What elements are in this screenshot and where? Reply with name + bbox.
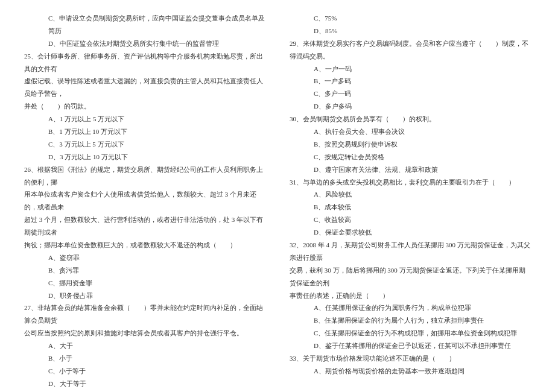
- option-28c: C、75%: [290, 12, 531, 25]
- right-column: C、75% D、85% 29、来体期货交易实行客户交易编码制度。会员和客户应当遵…: [290, 12, 531, 392]
- left-column: C、申请设立会员制期货交易所时，应向中国证监会提交董事会成员名单及简历 D、中国…: [24, 12, 265, 392]
- option-29c: C、多户一码: [290, 87, 531, 100]
- option-30d: D、遵守国家有关法律、法规、规章和政策: [290, 163, 531, 176]
- option-31c: C、收益较高: [290, 213, 531, 226]
- option-27d: D、大于等于: [24, 378, 265, 390]
- question-26-line4: 拘役；挪用本单位资金数额巨大的，或者数额较大不退还的构成（ ）: [24, 239, 265, 251]
- option-30b: B、按照交易规则行使申诉权: [290, 138, 531, 151]
- option-33a: A、期货价格与现货价格的走势基本一致并逐渐趋同: [290, 365, 531, 378]
- question-32-line3: 事责任的表述，正确的是（ ）: [290, 289, 531, 302]
- question-27-line2: 公司应当按照约定的原则和措施对非结算会员或者其客户的持仓强行平仓。: [24, 327, 265, 340]
- question-27-line1: 27、非结算会员的结算准备金余额（ ）零并未能在约定时间内补足的，全面结算会员期…: [24, 302, 265, 327]
- option-25c: C、3 万元以上 5 万元以下: [24, 138, 265, 151]
- question-25-line3: 并处（ ）的罚款。: [24, 100, 265, 113]
- question-32-line2: 交易，获利 30 万，随后将挪用的 300 万元期货保证金返还。下列关于任某挪用…: [290, 264, 531, 289]
- option-27b: B、小于: [24, 352, 265, 365]
- option-27c: C、小于等于: [24, 365, 265, 378]
- option-27a: A、大于: [24, 340, 265, 352]
- question-26-line1: 26、根据我国《刑法》的规定，期货交易所、期货经纪公司的工作人员利用职务上的便利…: [24, 163, 265, 189]
- option-26a: A、盗窃罪: [24, 251, 265, 264]
- option-32b: B、任某挪用保证金的行为属个人行为，独立承担刑事责任: [290, 314, 531, 327]
- page-content: C、申请设立会员制期货交易所时，应向中国证监会提交董事会成员名单及简历 D、中国…: [0, 0, 555, 392]
- question-29: 29、来体期货交易实行客户交易编码制度。会员和客户应当遵守（ ）制度，不得混码交…: [290, 37, 531, 63]
- option-25b: B、1 万元以上 10 万元以下: [24, 125, 265, 138]
- option-26c: C、挪用资金罪: [24, 277, 265, 289]
- option-31a: A、风险较低: [290, 188, 531, 201]
- option-32d: D、鉴于任某将挪用的保证金已予以返还，任某可以不承担刑事责任: [290, 340, 531, 352]
- option-32c: C、任某挪用保证金的行为不构成犯罪，如挪用本单位资金则构成犯罪: [290, 327, 531, 340]
- option-24d: D、中国证监会依法对期货交易所实行集中统一的监督管理: [24, 37, 265, 50]
- option-26d: D、职务侵占罪: [24, 289, 265, 302]
- option-29b: B、一户多码: [290, 75, 531, 87]
- question-31: 31、与单边的多头或空头投机交易相比，套利交易的主要吸引力在于（ ）: [290, 176, 531, 189]
- question-25-line2: 虚假记载、误导性陈述或者重大遗漏的，对直接负责的主管人员和其他直接责任人员给予警…: [24, 75, 265, 100]
- option-28d: D、85%: [290, 25, 531, 37]
- option-29d: D、多户多码: [290, 100, 531, 113]
- question-26-line3: 超过 3 个月，但数额较大、进行营利活动的，或者进行非法活动的，处 3 年以下有…: [24, 213, 265, 239]
- option-30a: A、执行会员大会、理事会决议: [290, 125, 531, 138]
- option-26b: B、贪污罪: [24, 264, 265, 277]
- option-25a: A、1 万元以上 5 万元以下: [24, 113, 265, 125]
- option-31d: D、保证金要求较低: [290, 226, 531, 239]
- option-24c: C、申请设立会员制期货交易所时，应向中国证监会提交董事会成员名单及简历: [24, 12, 265, 37]
- option-29a: A、一户一码: [290, 63, 531, 75]
- question-33: 33、关于期货市场价格发现功能论述不正确的是（ ）: [290, 352, 531, 365]
- question-26-line2: 用本单位或者客户资金归个人使用或者借贷给他人，数额较大、超过 3 个月未还的，或…: [24, 188, 265, 213]
- option-32a: A、任某挪用保证金的行为属职务行为，构成单位犯罪: [290, 302, 531, 314]
- option-25d: D、3 万元以上 10 万元以下: [24, 151, 265, 163]
- question-30: 30、会员制期货交易所会员享有（ ）的权利。: [290, 113, 531, 125]
- question-25-line1: 25、会计师事务所、律师事务所、资产评估机构等中介服务机构未勤勉尽责，所出具的文…: [24, 50, 265, 75]
- question-32-line1: 32、2008 年 4 月，某期货公司财务工作人员任某挪用 300 万元期货保证…: [290, 239, 531, 264]
- option-31b: B、成本较低: [290, 201, 531, 213]
- option-30c: C、按规定转让会员资格: [290, 151, 531, 163]
